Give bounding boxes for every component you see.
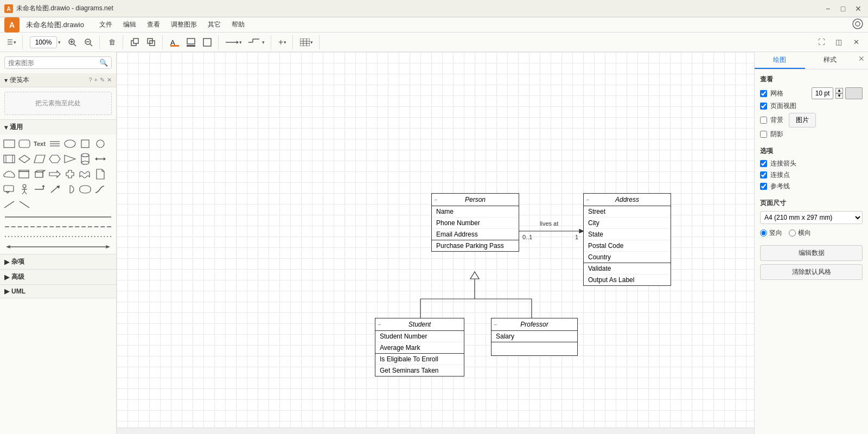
favorites-help[interactable]: ? — [88, 76, 92, 84]
shape-arrows[interactable] — [93, 152, 107, 166]
shape-line-solid[interactable] — [2, 213, 114, 221]
canvas-area[interactable]: lives at 0..1 1 — [117, 52, 754, 434]
shape-line-dashed[interactable] — [2, 222, 114, 231]
menu-extra[interactable]: 其它 — [203, 18, 225, 31]
to-front-button[interactable] — [127, 35, 143, 49]
shape-diamond[interactable] — [17, 152, 31, 166]
connect-arrows-checkbox[interactable] — [760, 160, 767, 167]
settings-icon[interactable] — [852, 18, 864, 30]
table-button[interactable]: ▾ — [297, 35, 316, 49]
shape-3d-box[interactable] — [33, 167, 47, 181]
shape-circle[interactable] — [93, 137, 107, 151]
canvas-scrollbar[interactable] — [117, 427, 754, 434]
shape-arrow-up-right[interactable] — [48, 182, 62, 196]
shape-cylinder[interactable] — [78, 152, 92, 166]
close-panel-button[interactable]: ✕ — [848, 35, 864, 49]
menu-file[interactable]: 文件 — [95, 18, 117, 31]
zoom-in-button[interactable] — [65, 35, 80, 49]
menu-arrange[interactable]: 调整图形 — [167, 18, 201, 31]
shape-triangle-right[interactable] — [63, 152, 77, 166]
zoom-input[interactable] — [30, 36, 57, 48]
delete-button[interactable]: 🗑 — [104, 35, 119, 49]
student-collapse-btn[interactable]: − — [378, 322, 381, 328]
shape-process[interactable] — [2, 152, 16, 166]
fill-color-button[interactable]: A — [167, 35, 182, 49]
shape-note[interactable] — [93, 167, 107, 181]
shape-line-dotted[interactable] — [2, 232, 114, 241]
format-panel-button[interactable]: ◫ — [831, 35, 846, 49]
shape-parallelogram[interactable] — [33, 152, 47, 166]
advanced-shapes-header[interactable]: ▶ 高级 — [0, 270, 116, 284]
person-collapse-btn[interactable]: − — [434, 197, 437, 203]
add-element-button[interactable]: + ▾ — [276, 35, 289, 49]
favorites-header[interactable]: ▾ 便笺本 ? + ✎ ✕ — [0, 73, 116, 87]
clear-style-button[interactable]: 清除默认风格 — [760, 264, 863, 280]
shape-button[interactable] — [200, 35, 215, 49]
shape-text[interactable]: Text — [33, 137, 47, 151]
shape-ellipse[interactable] — [63, 137, 77, 151]
grid-size-input[interactable] — [812, 87, 833, 99]
close-window-button[interactable]: ✕ — [853, 3, 864, 14]
general-shapes-header[interactable]: ▾ 通用 — [0, 120, 116, 135]
shape-rounded-rect2[interactable] — [78, 182, 92, 196]
shape-callout[interactable] — [2, 182, 16, 196]
shape-cloud[interactable] — [2, 167, 16, 181]
favorites-close[interactable]: ✕ — [107, 76, 112, 84]
shape-wave[interactable] — [78, 167, 92, 181]
shape-rect-rounded[interactable] — [17, 137, 31, 151]
search-input[interactable] — [8, 59, 99, 67]
student-class[interactable]: − Student Student Number Average Mark Is… — [375, 318, 464, 376]
grid-size-down[interactable]: ▼ — [835, 93, 843, 99]
line-color-button[interactable] — [183, 35, 199, 49]
menu-help[interactable]: 帮助 — [227, 18, 249, 31]
shape-diagonal2[interactable] — [17, 197, 31, 212]
favorites-add[interactable]: + — [94, 76, 98, 84]
panel-close-button[interactable]: ✕ — [855, 52, 868, 69]
shape-lines[interactable] — [48, 137, 62, 151]
connect-points-checkbox[interactable] — [760, 171, 767, 178]
maximize-button[interactable]: □ — [838, 3, 848, 14]
uml-shapes-header[interactable]: ▶ UML — [0, 285, 116, 298]
menu-view[interactable]: 查看 — [143, 18, 164, 31]
grid-color-picker[interactable] — [845, 87, 863, 99]
address-collapse-btn[interactable]: − — [586, 197, 589, 203]
shape-half-circle[interactable] — [63, 182, 77, 196]
image-button[interactable]: 图片 — [789, 113, 816, 127]
shape-rect-group[interactable] — [17, 167, 31, 181]
professor-collapse-btn[interactable]: − — [494, 322, 497, 328]
shape-arrow-corner[interactable] — [33, 182, 47, 196]
edit-data-button[interactable]: 编辑数据 — [760, 245, 863, 261]
favorites-edit[interactable]: ✎ — [100, 76, 105, 84]
guidelines-checkbox[interactable] — [760, 183, 767, 190]
fullscreen-button[interactable]: ⛶ — [814, 35, 829, 49]
waypoint-style-button[interactable]: ▾ — [246, 35, 267, 49]
shape-square[interactable] — [78, 137, 92, 151]
page-view-checkbox[interactable] — [760, 103, 767, 110]
shape-line-arrows[interactable] — [2, 242, 114, 252]
tab-draw[interactable]: 绘图 — [755, 52, 805, 69]
menu-edit[interactable]: 编辑 — [119, 18, 141, 31]
portrait-radio[interactable] — [760, 229, 767, 237]
shape-rect-thin[interactable] — [2, 137, 16, 151]
person-class[interactable]: − Person Name Phone Number Email Address… — [431, 193, 519, 252]
shape-s-curve[interactable] — [93, 182, 107, 196]
to-back-button[interactable] — [144, 35, 159, 49]
shape-arrow-right[interactable] — [48, 167, 62, 181]
landscape-radio[interactable] — [789, 229, 796, 237]
grid-checkbox[interactable] — [760, 90, 767, 97]
zoom-control[interactable]: ▾ — [27, 35, 63, 49]
shadow-checkbox[interactable] — [760, 131, 767, 138]
shape-cross[interactable] — [63, 167, 77, 181]
zoom-out-button[interactable] — [81, 35, 96, 49]
connection-style-button[interactable]: ▾ — [223, 35, 245, 49]
shape-diagonal[interactable] — [2, 197, 16, 212]
professor-class[interactable]: − Professor Salary — [491, 318, 578, 356]
minimize-button[interactable]: − — [822, 3, 833, 14]
page-size-select[interactable]: A4 (210 mm x 297 mm) — [760, 211, 863, 224]
shape-person[interactable] — [17, 182, 31, 196]
address-class[interactable]: − Address Street City State Postal Code … — [583, 193, 671, 286]
background-checkbox[interactable] — [760, 117, 767, 124]
tab-style[interactable]: 样式 — [805, 52, 856, 69]
shape-hexagon[interactable] — [48, 152, 62, 166]
misc-shapes-header[interactable]: ▶ 杂项 — [0, 254, 116, 269]
